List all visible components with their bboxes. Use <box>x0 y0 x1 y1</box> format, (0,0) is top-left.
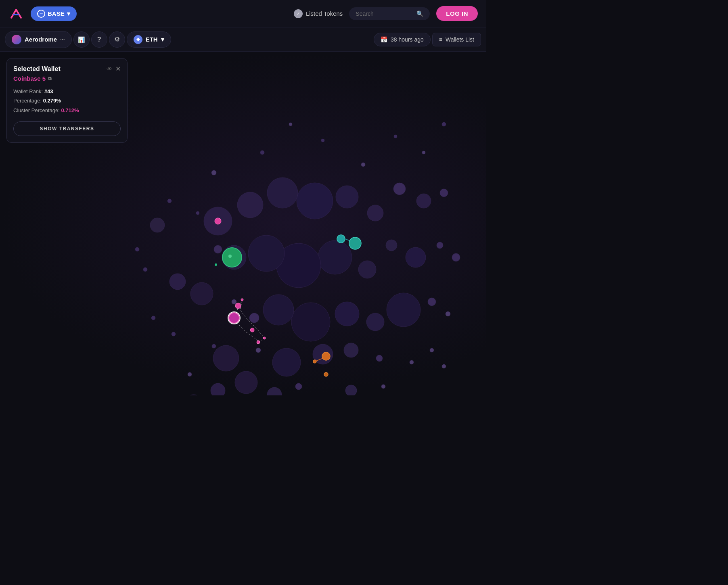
bubble[interactable] <box>150 218 165 232</box>
bubble[interactable] <box>214 245 222 253</box>
bubble[interactable] <box>143 267 147 272</box>
bubble[interactable] <box>267 387 282 395</box>
bubble[interactable] <box>260 150 264 155</box>
bubble[interactable] <box>410 360 414 364</box>
bubble[interactable] <box>345 385 357 395</box>
wallet-percentage-row: Percentage: 0.279% <box>13 96 121 105</box>
search-input[interactable] <box>356 10 413 17</box>
wallet-panel-actions: 👁 ✕ <box>107 65 121 73</box>
base-network-button[interactable]: − BASE ▾ <box>31 6 77 21</box>
bubble[interactable] <box>335 302 359 326</box>
bubble[interactable] <box>263 295 294 325</box>
wallet-name[interactable]: Coinbase 5 ⧉ <box>13 75 121 82</box>
bubble[interactable] <box>358 261 376 278</box>
show-transfers-button[interactable]: SHOW TRANSFERS <box>13 121 121 136</box>
bubble[interactable] <box>272 348 301 376</box>
network-icon: − <box>37 10 45 18</box>
bubble[interactable] <box>440 189 448 197</box>
bubble[interactable] <box>297 183 333 219</box>
bubble[interactable] <box>442 364 446 368</box>
bubble[interactable] <box>172 332 176 336</box>
teal-node[interactable] <box>337 235 345 243</box>
login-button[interactable]: LOG IN <box>436 6 478 21</box>
bubble[interactable] <box>422 151 425 154</box>
wallet-name-label: Coinbase 5 <box>13 75 46 82</box>
bubble[interactable] <box>394 135 397 138</box>
wallet-percentage-value: 0.279% <box>43 98 61 104</box>
bubble[interactable] <box>336 186 358 208</box>
bubble[interactable] <box>367 205 383 221</box>
bubble[interactable] <box>295 383 302 390</box>
bubble[interactable] <box>212 344 216 348</box>
copy-icon[interactable]: ⧉ <box>48 76 52 81</box>
orange-node[interactable] <box>324 372 328 376</box>
pink-cluster-node[interactable] <box>215 218 221 224</box>
bubble[interactable] <box>211 170 216 175</box>
bubble[interactable] <box>366 313 384 331</box>
green-node[interactable] <box>222 248 242 267</box>
bubble[interactable] <box>446 311 450 316</box>
bubble[interactable] <box>211 383 225 395</box>
bubble[interactable] <box>291 303 330 341</box>
eth-selector-button[interactable]: ◆ ETH ▾ <box>127 31 171 48</box>
bubble[interactable] <box>376 355 383 361</box>
orange-node[interactable] <box>322 352 330 360</box>
logo[interactable] <box>8 6 24 22</box>
bubble[interactable] <box>169 274 186 290</box>
bubble[interactable] <box>406 247 426 267</box>
settings-icon-button[interactable]: ⚙ <box>109 31 125 48</box>
teal-node[interactable] <box>349 237 361 249</box>
bubble[interactable] <box>235 371 257 394</box>
pink-cluster-node[interactable] <box>229 313 239 323</box>
chart-icon-button[interactable]: 📊 <box>73 31 90 48</box>
bubble[interactable] <box>381 384 385 389</box>
search-box[interactable]: 🔍 <box>349 7 430 20</box>
bubble[interactable] <box>361 163 365 167</box>
bubble[interactable] <box>428 298 436 306</box>
orange-node[interactable] <box>313 360 316 363</box>
eth-chevron-icon: ▾ <box>161 36 164 43</box>
main-visualization: Selected Wallet 👁 ✕ Coinbase 5 ⧉ Wallet … <box>0 52 486 395</box>
bubble[interactable] <box>135 247 139 251</box>
bubble[interactable] <box>386 240 397 251</box>
bubble[interactable] <box>213 345 239 371</box>
bubble[interactable] <box>430 348 434 352</box>
pink-cluster-node[interactable] <box>250 328 254 332</box>
hide-wallet-icon[interactable]: 👁 <box>107 66 112 72</box>
bubble[interactable] <box>442 122 446 126</box>
bubble[interactable] <box>393 183 406 195</box>
bubble[interactable] <box>188 372 192 376</box>
help-icon-button[interactable]: ? <box>91 31 107 48</box>
bubble[interactable] <box>196 211 199 215</box>
eth-icon: ◆ <box>134 35 142 44</box>
bubble[interactable] <box>167 199 172 203</box>
bubble[interactable] <box>248 235 285 272</box>
bubble[interactable] <box>190 282 213 305</box>
bubble[interactable] <box>289 123 292 126</box>
listed-tokens-link[interactable]: ✓ Listed Tokens <box>294 9 343 18</box>
pink-cluster-node[interactable] <box>241 299 243 301</box>
protocol-button[interactable]: Aerodrome ··· <box>5 31 72 48</box>
bubble[interactable] <box>267 178 298 208</box>
bubble[interactable] <box>232 299 236 304</box>
bubble[interactable] <box>344 343 358 357</box>
wallet-stats: Wallet Rank: #43 Percentage: 0.279% Clus… <box>13 87 121 115</box>
pink-cluster-node[interactable] <box>235 303 241 309</box>
bubble[interactable] <box>249 313 259 323</box>
bubble[interactable] <box>452 253 460 261</box>
bubble[interactable] <box>237 192 263 218</box>
pink-cluster-node[interactable] <box>257 341 260 344</box>
bubble[interactable] <box>151 316 155 320</box>
bubble[interactable] <box>416 194 431 208</box>
bubble[interactable] <box>256 348 261 353</box>
bubble[interactable] <box>186 395 202 395</box>
bubble[interactable] <box>318 240 352 274</box>
close-wallet-icon[interactable]: ✕ <box>115 65 121 73</box>
bubble[interactable] <box>321 139 324 142</box>
bubble[interactable] <box>387 293 420 327</box>
datetime-button[interactable]: 📅 38 hours ago <box>374 33 431 46</box>
bubble[interactable] <box>437 242 443 249</box>
wallet-panel-title: Selected Wallet <box>13 65 61 73</box>
wallets-list-button[interactable]: ≡ Wallets List <box>432 33 481 46</box>
pink-cluster-node[interactable] <box>263 337 266 339</box>
